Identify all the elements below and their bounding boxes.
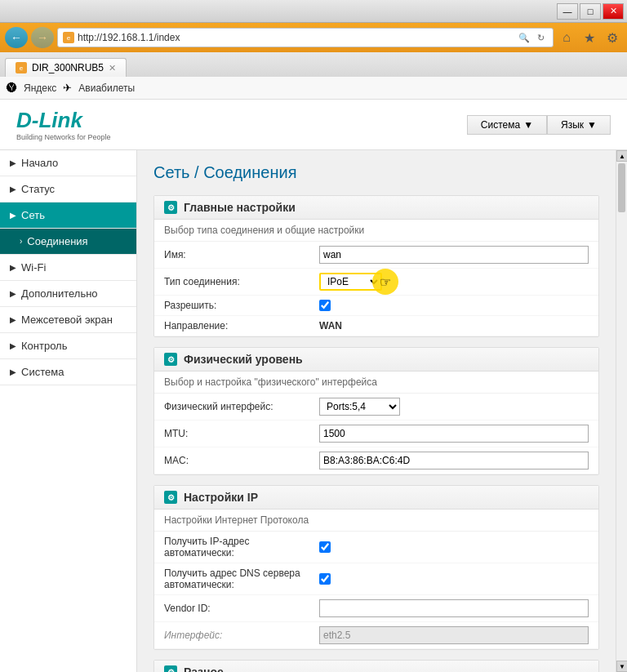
address-favicon: e [63,32,74,43]
main-content: Сеть / Соединения ⚙ Главные настройки Вы… [137,150,616,672]
iface-label: Интерфейс: [164,630,319,641]
sistema-nav-item[interactable]: Система ▼ [467,115,547,135]
allow-label: Разрешить: [164,300,319,311]
auto-dns-row: Получить адрес DNS сервера автоматически… [154,563,598,595]
maximize-button[interactable]: □ [580,3,601,20]
sidebar-item-sistema[interactable]: ▶ Система [0,359,136,385]
ip-settings-icon: ⚙ [164,491,177,504]
dlink-tagline: Building Networks for People [16,133,111,141]
auto-ip-row: Получить IP-адрес автоматически: [154,532,598,563]
scrollbar-down-arrow[interactable]: ▼ [616,661,627,672]
ip-settings-subtitle: Настройки Интернет Протокола [154,510,598,532]
ip-settings-card: ⚙ Настройки IP Настройки Интернет Проток… [153,485,599,650]
conn-type-row: Тип соединения: IPoE PPPoE Static IP PPT… [154,269,598,296]
conn-type-label: Тип соединения: [164,276,319,287]
physical-card: ⚙ Физический уровень Выбор и настройка "… [153,347,599,475]
direction-value: WAN [319,320,342,332]
page-title: Сеть / Соединения [153,163,599,182]
physical-interface-label: Физический интерфейс: [164,401,319,412]
sidebar-item-mezhsetevoy[interactable]: ▶ Межсетевой экран [0,307,136,333]
router-header: D-Link Building Networks for People Сист… [0,100,627,150]
scrollbar-thumb[interactable] [618,163,625,212]
router-content: ▶ Начало ▶ Статус ▶ Сеть › Соединения ▶ … [0,150,627,672]
sidebar-label-sistema: Система [21,366,64,378]
allow-row: Разрешить: [154,296,598,316]
sidebar-item-set[interactable]: ▶ Сеть [0,202,136,229]
sidebar-arrow-status: ▶ [10,185,16,194]
sidebar-label-nachalo: Начало [21,157,58,169]
physical-interface-select[interactable]: Ports:5,4 Ports:1,2,3,4 [319,398,400,416]
auto-dns-label: Получить адрес DNS сервера автоматически… [164,567,319,590]
auto-ip-label: Получить IP-адрес автоматически: [164,536,319,559]
minimize-button[interactable]: — [557,3,578,20]
tab-title: DIR_300NRUB5 [32,62,104,73]
direction-label: Направление: [164,320,319,332]
sidebar-arrow-set: ▶ [10,211,16,220]
settings-icon[interactable]: ⚙ [603,28,622,47]
sidebar-arrow-sistema: ▶ [10,367,16,376]
bookmark-avia-icon: ✈ [63,82,72,94]
back-button[interactable]: ← [5,27,28,48]
misc-icon: ⚙ [164,665,177,672]
tab-close-icon[interactable]: ✕ [109,63,116,73]
sidebar-item-nachalo[interactable]: ▶ Начало [0,150,136,176]
misc-header: ⚙ Разное [154,661,598,672]
close-button[interactable]: ✕ [603,3,624,20]
iface-input [319,626,589,644]
sidebar-item-soedineniya[interactable]: › Соединения [0,229,136,255]
mtu-input[interactable] [319,425,589,443]
mtu-row: MTU: [154,421,598,447]
sidebar-item-dopolnitelno[interactable]: ▶ Дополнительно [0,281,136,307]
bookmark-avia[interactable]: Авиабилеты [78,82,135,94]
physical-title: Физический уровень [184,353,303,366]
browser-tab[interactable]: e DIR_300NRUB5 ✕ [5,58,127,77]
mac-input[interactable] [319,452,589,470]
sidebar-arrow-nachalo: ▶ [10,158,16,167]
auto-dns-checkbox[interactable] [319,573,331,585]
vendor-input[interactable] [319,599,589,617]
yazyk-dropdown-icon: ▼ [587,119,597,131]
dlink-logo: D-Link Building Networks for People [16,108,111,141]
browser-toolbar: ← → e http://192.168.1.1/index 🔍 ↻ ⌂ ★ ⚙ [0,23,627,52]
physical-interface-row: Физический интерфейс: Ports:5,4 Ports:1,… [154,394,598,421]
sidebar-arrow-kontrol: ▶ [10,341,16,350]
sidebar-arrow-wifi: ▶ [10,263,16,272]
forward-button[interactable]: → [31,27,54,48]
sidebar-item-status[interactable]: ▶ Статус [0,176,136,202]
ip-settings-header: ⚙ Настройки IP [154,486,598,510]
address-bar[interactable]: e http://192.168.1.1/index 🔍 ↻ [57,28,554,47]
mac-row: MAC: [154,447,598,474]
sidebar-label-wifi: Wi-Fi [21,261,46,274]
allow-checkbox[interactable] [319,300,331,311]
auto-ip-checkbox[interactable] [319,541,331,553]
yazyk-nav-item[interactable]: Язык ▼ [547,115,611,135]
name-input[interactable] [319,246,589,264]
scrollbar-up-arrow[interactable]: ▲ [616,150,627,162]
sidebar-arrow-soedineniya: › [20,237,22,246]
favorites-icon[interactable]: ★ [580,28,599,47]
sidebar-label-soedineniya: Соединения [27,235,87,247]
sidebar-label-set: Сеть [21,209,45,221]
tab-bar: e DIR_300NRUB5 ✕ [0,52,627,77]
ip-settings-title: Настройки IP [184,491,258,504]
bookmark-yandex[interactable]: Яндекс [24,82,56,94]
sidebar: ▶ Начало ▶ Статус ▶ Сеть › Соединения ▶ … [0,150,137,672]
name-row: Имя: [154,242,598,269]
direction-row: Направление: WAN [154,316,598,336]
dlink-logo-text: D-Link [16,108,111,133]
misc-card: ⚙ Разное Включить RIP: Включить IGMP: NA… [153,660,599,672]
main-settings-header: ⚙ Главные настройки [154,196,598,220]
address-text: http://192.168.1.1/index [78,32,514,43]
sidebar-item-wifi[interactable]: ▶ Wi-Fi [0,255,136,281]
sidebar-item-kontrol[interactable]: ▶ Контроль [0,333,136,359]
address-refresh-icon[interactable]: ↻ [533,30,548,45]
yazyk-label: Язык [561,119,584,131]
physical-header: ⚙ Физический уровень [154,348,598,372]
address-search-icon[interactable]: 🔍 [517,30,531,45]
name-label: Имя: [164,249,319,260]
home-icon[interactable]: ⌂ [557,28,576,47]
sidebar-label-status: Статус [21,183,55,195]
conn-type-select[interactable]: IPoE PPPoE Static IP PPTP [319,273,382,291]
misc-title: Разное [184,665,224,672]
mac-label: MAC: [164,455,319,466]
